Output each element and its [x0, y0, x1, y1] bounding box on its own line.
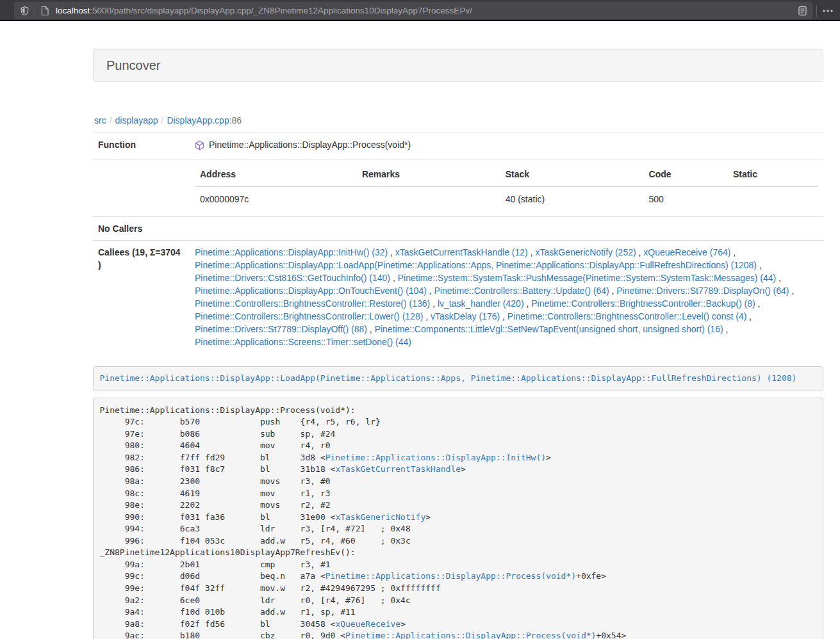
url-bar[interactable]: localhost:5000/path/src/displayapp/Displ… [14, 2, 812, 19]
separator [816, 5, 817, 17]
highlighted-symbol-link[interactable]: Pinetime::Applications::DisplayApp::Load… [100, 373, 797, 383]
callee-link[interactable]: Pinetime::Applications::DisplayApp::OnTo… [195, 286, 427, 296]
assembly-symbol-link[interactable]: xTaskGetCurrentTaskHandle [335, 464, 461, 474]
stats-address-value: 0x0000097c [195, 186, 357, 211]
callees-label: Callees (19, Σ=3704 ) [93, 240, 190, 353]
breadcrumb-item-file[interactable]: DisplayApp.cpp [167, 115, 229, 125]
stats-table: Address Remarks Stack Code Static 0x0000… [195, 165, 818, 211]
table-row: Callees (19, Σ=3704 ) Pinetime::Applicat… [93, 240, 823, 353]
highlighted-symbol-block: Pinetime::Applications::DisplayApp::Load… [93, 366, 823, 392]
stats-header-stack: Stack [500, 165, 644, 186]
app-title-panel: Puncover [93, 49, 823, 82]
function-name: Pinetime::Applications::DisplayApp::Proc… [209, 138, 411, 151]
symbol-cube-icon [195, 140, 204, 150]
table-row: Function Pinetime::Applications::Display… [93, 133, 823, 159]
callee-link[interactable]: Pinetime::System::SystemTask::PushMessag… [398, 273, 777, 283]
breadcrumb-separator: / [158, 115, 167, 125]
table-row: No Callers [93, 216, 823, 240]
callee-link[interactable]: Pinetime::Applications::DisplayApp::Load… [195, 260, 757, 270]
callee-link[interactable]: xQueueReceive (764) [643, 247, 730, 257]
breadcrumb-separator: / [106, 115, 115, 125]
callees-list: Pinetime::Applications::DisplayApp::Init… [190, 240, 823, 353]
breadcrumb: src/displayapp/DisplayApp.cpp:86 [94, 114, 823, 127]
stats-header-static: Static [728, 165, 818, 186]
assembly-symbol-link[interactable]: Pinetime::Applications::DisplayApp::Proc… [325, 571, 576, 581]
more-options-icon[interactable] [819, 3, 836, 19]
callee-link[interactable]: Pinetime::Controllers::BrightnessControl… [195, 311, 423, 321]
page-icon[interactable] [40, 6, 49, 16]
callee-link[interactable]: Pinetime::Applications::DisplayApp::Init… [195, 247, 388, 257]
app-title: Puncover [106, 58, 161, 72]
stats-code-value: 500 [644, 186, 728, 211]
assembly-block: Pinetime::Applications::DisplayApp::Proc… [93, 398, 823, 639]
stats-header-remarks: Remarks [357, 165, 500, 186]
assembly-symbol-link[interactable]: xTaskGenericNotify [335, 512, 425, 522]
callee-link[interactable]: Pinetime::Controllers::BrightnessControl… [195, 298, 430, 309]
table-row: Address Remarks Stack Code Static 0x0000… [93, 159, 823, 216]
assembly-symbol-link[interactable]: xQueueReceive [335, 619, 400, 629]
callee-link[interactable]: Pinetime::Controllers::BrightnessControl… [507, 311, 746, 321]
callee-link[interactable]: Pinetime::Controllers::Battery::Update()… [434, 286, 609, 296]
reader-mode-icon[interactable] [798, 6, 807, 16]
function-table: Function Pinetime::Applications::Display… [93, 133, 823, 353]
stats-stack-value: 40 (static) [500, 186, 644, 211]
callee-link[interactable]: Pinetime::Controllers::BrightnessControl… [531, 298, 755, 309]
breadcrumb-item-src[interactable]: src [94, 115, 106, 125]
callee-link[interactable]: Pinetime::Drivers::St7789::DisplayOff() … [195, 324, 367, 334]
shield-icon[interactable] [20, 6, 29, 16]
separator [35, 5, 35, 17]
no-callers-label: No Callers [93, 216, 190, 240]
breadcrumb-line-number: :86 [229, 115, 242, 125]
stats-header-address: Address [195, 165, 357, 186]
callee-link[interactable]: vTaskDelay (176) [431, 311, 500, 321]
assembly-symbol-link[interactable]: Pinetime::Applications::DisplayApp::Init… [325, 453, 546, 462]
stats-static-value [728, 186, 818, 211]
callee-link[interactable]: xTaskGetCurrentTaskHandle (12) [395, 247, 528, 257]
assembly-symbol-link[interactable]: Pinetime::Applications::DisplayApp::Proc… [345, 631, 596, 639]
callee-link[interactable]: lv_task_handler (420) [438, 298, 524, 309]
stats-remarks-value [357, 186, 500, 211]
stats-row-label [93, 159, 190, 216]
callee-link[interactable]: Pinetime::Drivers::Cst816S::GetTouchInfo… [195, 273, 390, 283]
table-row: 0x0000097c 40 (static) 500 [195, 186, 818, 211]
url-host: localhost [56, 6, 90, 15]
breadcrumb-item-displayapp[interactable]: displayapp [115, 115, 158, 125]
callee-link[interactable]: Pinetime::Components::LittleVgl::SetNewT… [375, 324, 723, 334]
callee-link[interactable]: Pinetime::Drivers::St7789::DisplayOn() (… [616, 286, 789, 296]
callee-link[interactable]: xTaskGenericNotify (252) [535, 247, 636, 257]
assembly-code: Pinetime::Applications::DisplayApp::Proc… [100, 405, 627, 639]
url-path: :5000/path/src/displayapp/DisplayApp.cpp… [90, 6, 472, 15]
browser-toolbar: localhost:5000/path/src/displayapp/Displ… [0, 0, 840, 21]
url-text[interactable]: localhost:5000/path/src/displayapp/Displ… [56, 6, 798, 15]
function-row-label: Function [93, 133, 190, 159]
callee-link[interactable]: Pinetime::Applications::Screens::Timer::… [195, 337, 411, 347]
stats-header-code: Code [644, 165, 728, 186]
page-content: Puncover src/displayapp/DisplayApp.cpp:8… [93, 21, 823, 639]
